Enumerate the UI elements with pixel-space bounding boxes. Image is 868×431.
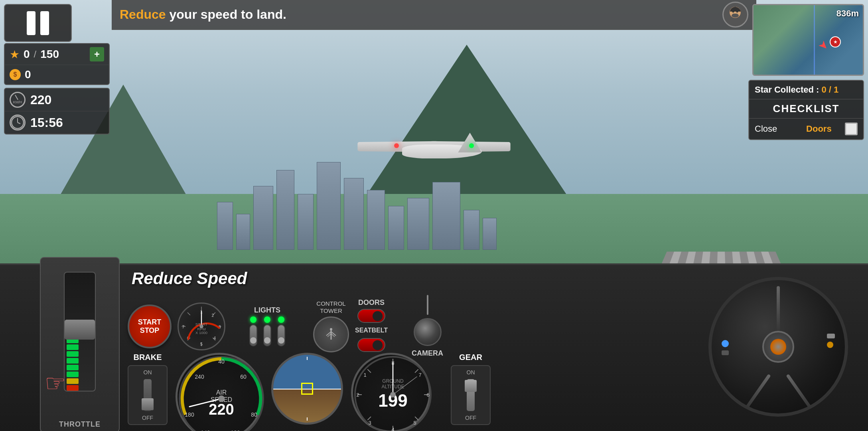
bottom-gauges-row: BRAKE ON OFF 180 <box>128 353 491 431</box>
wheel-hub <box>762 331 794 363</box>
wheel-right-controls <box>827 334 835 348</box>
toggle-knob-3 <box>278 337 284 344</box>
svg-text:2: 2 <box>212 313 214 318</box>
wheel-left-controls <box>722 340 729 355</box>
throttle-seg-green-2 <box>67 365 79 370</box>
instruction-text: Reduce your speed to land. <box>120 7 286 22</box>
start-stop-label-2: STOP <box>140 326 160 335</box>
doors-toggle-knob-1 <box>373 311 383 321</box>
wheel-btn-gray[interactable] <box>722 350 729 355</box>
gear-switch-container: ON OFF <box>451 365 491 425</box>
brake-on-label: ON <box>144 369 152 376</box>
camera-section: CAMERA <box>412 295 443 358</box>
control-tower-label: CONTROLTOWER <box>316 300 345 314</box>
svg-text:140: 140 <box>201 429 210 431</box>
reduce-speed-text: Reduce Speed <box>132 269 247 288</box>
airplane <box>354 121 514 180</box>
wheel-btn-orange[interactable] <box>827 342 833 348</box>
checklist-item-prefix: Close <box>755 124 777 134</box>
svg-line-57 <box>367 369 371 372</box>
lights-switches <box>249 316 285 346</box>
brake-lever[interactable] <box>144 379 152 411</box>
svg-text:AIR: AIR <box>216 389 227 396</box>
wheel-btn-blue[interactable] <box>722 340 729 347</box>
speed-needle <box>15 95 18 100</box>
top-controls-row: START STOP <box>128 295 443 358</box>
dashboard: ☞ THROTTLE Reduce Speed START STOP <box>0 263 868 431</box>
svg-text:6: 6 <box>426 392 429 398</box>
checklist-checkbox[interactable] <box>845 123 858 135</box>
svg-point-35 <box>330 328 332 330</box>
horizon-gauge <box>271 353 343 425</box>
gear-lever[interactable] <box>467 379 475 411</box>
control-tower-section: CONTROLTOWER <box>313 300 349 352</box>
rpm-gauge-svg: 1 2 3 4 5 6 7 START RPM X 1000 <box>179 302 224 350</box>
star-divider: / <box>34 49 37 60</box>
toggle-dot-1 <box>250 316 256 323</box>
horizon-center-marker <box>301 383 313 395</box>
wheel-spoke-top <box>777 286 780 334</box>
doors-toggle-1[interactable] <box>357 309 385 323</box>
throttle-handle[interactable] <box>65 320 95 340</box>
doors-toggle-2[interactable] <box>357 338 385 352</box>
svg-text:7: 7 <box>182 324 184 329</box>
add-coins-button[interactable]: + <box>90 47 104 61</box>
control-tower-button[interactable] <box>313 316 349 352</box>
toggle-switch-2[interactable] <box>263 316 271 346</box>
toggle-body-1[interactable] <box>249 324 257 346</box>
toggle-body-2[interactable] <box>263 324 271 346</box>
checklist-item-doors: Close Doors <box>749 119 863 139</box>
toggle-body-3[interactable] <box>277 324 285 346</box>
horizon-top-tick <box>307 357 308 360</box>
pause-button[interactable] <box>4 4 72 42</box>
pilot-avatar <box>722 2 748 28</box>
doors-label: DOORS <box>358 299 385 307</box>
svg-point-29 <box>199 324 203 328</box>
svg-text:5: 5 <box>413 420 416 426</box>
rpm-gauge-circle: 1 2 3 4 5 6 7 START RPM X 1000 <box>178 302 225 350</box>
svg-text:2: 2 <box>356 392 359 398</box>
svg-text:4: 4 <box>213 336 216 340</box>
start-stop-button[interactable]: START STOP <box>128 304 172 348</box>
toggle-switch-1[interactable] <box>249 316 257 346</box>
timer-row: 15:56 <box>5 111 109 134</box>
star-collected-label: Star Collected : <box>755 85 819 95</box>
kmh-label: KM/H <box>13 100 22 104</box>
svg-text:40: 40 <box>218 358 225 365</box>
camera-knob[interactable] <box>414 318 442 346</box>
throttle-section: ☞ THROTTLE <box>40 257 120 431</box>
coin-stat-row: $ 0 <box>5 65 109 84</box>
wheel-btn-right-1[interactable] <box>827 334 835 338</box>
svg-text:1: 1 <box>363 372 366 378</box>
gear-label: GEAR <box>459 353 482 362</box>
minimap-target: ★ <box>830 36 841 47</box>
start-stop-label: START <box>138 318 162 326</box>
svg-point-71 <box>390 392 396 397</box>
throttle-track[interactable] <box>64 272 96 391</box>
horizon-section <box>271 353 343 425</box>
stats-panel: ★ 0 / 150 + $ 0 <box>4 43 110 85</box>
star-max: 150 <box>40 48 59 61</box>
brake-section: BRAKE ON OFF <box>128 353 168 425</box>
brake-switch-container: ON OFF <box>128 365 168 425</box>
speed-value: 220 <box>30 93 51 107</box>
wing-light-green <box>469 143 474 148</box>
minimap-line <box>814 5 815 75</box>
toggle-switch-3[interactable] <box>277 316 285 346</box>
doors-toggle-knob-2 <box>373 340 383 350</box>
hud-instruments: KM/H 220 15:56 <box>4 88 110 134</box>
svg-line-17 <box>187 312 190 315</box>
speed-row: KM/H 220 <box>5 89 109 111</box>
airspeed-section: 180 240 40 60 80 120 140 AIR SPEED 220 <box>176 353 263 431</box>
throttle-seg-yellow-1 <box>67 378 79 384</box>
throttle-seg-green-1 <box>67 372 79 377</box>
gear-off-label: OFF <box>465 415 476 421</box>
wheel-outer[interactable] <box>708 277 848 417</box>
svg-line-7 <box>18 123 20 124</box>
star-value: 0 <box>24 48 30 61</box>
brake-off-label: OFF <box>142 415 153 421</box>
instruction-rest: your speed to land. <box>169 7 286 22</box>
throttle-seg-green-5 <box>67 344 79 350</box>
steering-wheel[interactable] <box>708 277 848 417</box>
checklist-item-highlight: Doors <box>806 124 832 134</box>
